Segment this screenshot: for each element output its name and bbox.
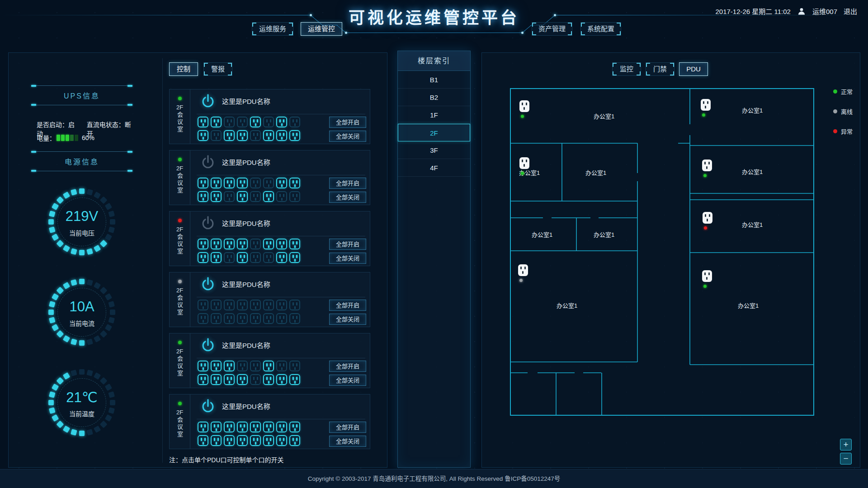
plan-socket-icon[interactable] — [702, 270, 712, 282]
outlet-socket[interactable] — [250, 239, 261, 249]
outlet-socket[interactable] — [224, 117, 235, 127]
view-tab-2[interactable]: 门禁 — [646, 62, 675, 76]
power-icon[interactable] — [200, 398, 216, 413]
outlet-socket[interactable] — [198, 130, 208, 141]
outlet-socket[interactable] — [224, 422, 235, 432]
outlet-socket[interactable] — [263, 130, 274, 141]
outlet-socket[interactable] — [237, 300, 248, 310]
zoom-in-button[interactable]: + — [840, 439, 852, 450]
floor-item-4F[interactable]: 4F — [398, 159, 470, 177]
outlet-socket[interactable] — [224, 361, 235, 371]
outlet-socket[interactable] — [211, 435, 222, 446]
outlet-socket[interactable] — [237, 191, 248, 202]
floor-item-B2[interactable]: B2 — [398, 89, 470, 106]
floor-item-B1[interactable]: B1 — [398, 71, 470, 89]
close-all-button[interactable]: 全部关闭 — [329, 375, 366, 386]
outlet-socket[interactable] — [276, 178, 287, 188]
outlet-socket[interactable] — [198, 361, 208, 371]
outlet-socket[interactable] — [289, 252, 300, 263]
outlet-socket[interactable] — [237, 361, 248, 371]
view-tab-1[interactable]: 监控 — [612, 62, 641, 76]
power-icon[interactable] — [200, 276, 216, 291]
outlet-socket[interactable] — [211, 178, 222, 188]
outlet-socket[interactable] — [276, 313, 287, 324]
outlet-socket[interactable] — [224, 374, 235, 385]
outlet-socket[interactable] — [250, 117, 261, 127]
outlet-socket[interactable] — [276, 252, 287, 263]
zoom-out-button[interactable]: − — [840, 453, 852, 465]
outlet-socket[interactable] — [250, 361, 261, 371]
outlet-socket[interactable] — [237, 252, 248, 263]
logout-button[interactable]: 退出 — [844, 6, 857, 16]
outlet-socket[interactable] — [224, 191, 235, 202]
outlet-socket[interactable] — [237, 422, 248, 432]
outlet-socket[interactable] — [224, 130, 235, 141]
outlet-socket[interactable] — [276, 435, 287, 446]
outlet-socket[interactable] — [198, 422, 208, 432]
outlet-socket[interactable] — [276, 422, 287, 432]
outlet-socket[interactable] — [198, 435, 208, 446]
outlet-socket[interactable] — [289, 422, 300, 432]
open-all-button[interactable]: 全部开启 — [329, 117, 366, 128]
outlet-socket[interactable] — [276, 361, 287, 371]
outlet-socket[interactable] — [263, 300, 274, 310]
power-icon[interactable] — [200, 154, 216, 169]
close-all-button[interactable]: 全部关闭 — [329, 436, 366, 447]
outlet-socket[interactable] — [198, 252, 208, 263]
outlet-socket[interactable] — [276, 239, 287, 249]
outlet-socket[interactable] — [263, 435, 274, 446]
outlet-socket[interactable] — [263, 117, 274, 127]
outlet-socket[interactable] — [224, 435, 235, 446]
open-all-button[interactable]: 全部开启 — [329, 239, 366, 250]
outlet-socket[interactable] — [289, 130, 300, 141]
open-all-button[interactable]: 全部开启 — [329, 300, 366, 311]
outlet-socket[interactable] — [224, 239, 235, 249]
outlet-socket[interactable] — [211, 239, 222, 249]
outlet-socket[interactable] — [237, 239, 248, 249]
outlet-socket[interactable] — [250, 178, 261, 188]
outlet-socket[interactable] — [211, 422, 222, 432]
nav-tab-2[interactable]: 运维管控 — [301, 22, 342, 36]
outlet-socket[interactable] — [211, 300, 222, 310]
outlet-socket[interactable] — [198, 117, 208, 127]
outlet-socket[interactable] — [250, 422, 261, 432]
plan-socket-icon[interactable] — [519, 157, 529, 169]
control-tab-1[interactable]: 控制 — [169, 62, 198, 76]
open-all-button[interactable]: 全部开启 — [329, 178, 366, 189]
close-all-button[interactable]: 全部关闭 — [329, 253, 366, 264]
outlet-socket[interactable] — [211, 361, 222, 371]
outlet-socket[interactable] — [211, 313, 222, 324]
outlet-socket[interactable] — [289, 313, 300, 324]
control-tab-2[interactable]: 警报 — [203, 62, 232, 76]
outlet-socket[interactable] — [289, 178, 300, 188]
outlet-socket[interactable] — [198, 239, 208, 249]
nav-tab-1[interactable]: 运维服务 — [252, 22, 293, 36]
outlet-socket[interactable] — [250, 313, 261, 324]
outlet-socket[interactable] — [289, 361, 300, 371]
outlet-socket[interactable] — [250, 300, 261, 310]
outlet-socket[interactable] — [276, 300, 287, 310]
outlet-socket[interactable] — [237, 374, 248, 385]
outlet-socket[interactable] — [237, 435, 248, 446]
outlet-socket[interactable] — [263, 178, 274, 188]
outlet-socket[interactable] — [198, 191, 208, 202]
close-all-button[interactable]: 全部关闭 — [329, 131, 366, 142]
power-icon[interactable] — [200, 337, 216, 352]
floor-item-1F[interactable]: 1F — [398, 106, 470, 124]
outlet-socket[interactable] — [289, 300, 300, 310]
outlet-socket[interactable] — [250, 252, 261, 263]
plan-socket-icon[interactable] — [519, 100, 529, 112]
outlet-socket[interactable] — [263, 252, 274, 263]
outlet-socket[interactable] — [276, 117, 287, 127]
outlet-socket[interactable] — [237, 117, 248, 127]
outlet-socket[interactable] — [250, 191, 261, 202]
outlet-socket[interactable] — [289, 374, 300, 385]
outlet-socket[interactable] — [198, 313, 208, 324]
outlet-socket[interactable] — [276, 191, 287, 202]
outlet-socket[interactable] — [276, 130, 287, 141]
outlet-socket[interactable] — [224, 313, 235, 324]
outlet-socket[interactable] — [289, 435, 300, 446]
close-all-button[interactable]: 全部关闭 — [329, 192, 366, 203]
view-tab-3[interactable]: PDU — [679, 62, 708, 76]
power-icon[interactable] — [200, 93, 216, 108]
